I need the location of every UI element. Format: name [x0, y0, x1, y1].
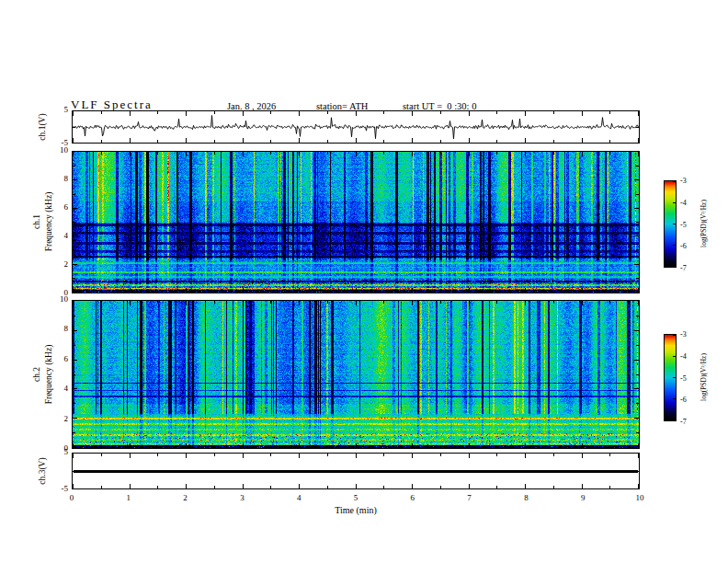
x-tick-label: 10: [631, 493, 649, 502]
y-tick-label: 4: [44, 231, 68, 240]
x-axis-label: Time (min): [319, 505, 392, 515]
y-tick-label: 6: [44, 202, 68, 212]
ch1-spectrogram-plot: [73, 152, 639, 293]
y-tick-label: -5: [44, 484, 68, 493]
colorbar-ch1: [664, 180, 677, 268]
colorbar-ch2-gradient: [665, 335, 676, 420]
ch1-waveform-plot: [73, 111, 639, 143]
x-tick-label: 8: [517, 493, 535, 502]
x-tick-label: 4: [290, 493, 308, 502]
y-tick-label: 8: [44, 174, 68, 183]
colorbar-tick-label: -6: [680, 242, 699, 250]
colorbar-tick-label: -5: [680, 374, 699, 383]
colorbar-ch1-label: log(PSD)(V²/Hz): [700, 200, 708, 247]
x-tick-label: 7: [461, 493, 479, 502]
ch3-voltage-ylabel: ch.3(V): [38, 457, 47, 484]
y-tick-label: 10: [44, 294, 68, 304]
ch1-spec-frequency-label: Frequency (kHz): [44, 192, 53, 252]
y-tick-label: 4: [44, 384, 68, 393]
y-tick-label: 5: [44, 105, 68, 114]
ch1-voltage-ylabel: ch.1(V): [38, 113, 47, 140]
y-tick-label: 8: [44, 324, 68, 333]
ch3-waveform-plot: [73, 454, 639, 488]
y-tick-label: 2: [44, 259, 68, 269]
colorbar-tick-label: -4: [680, 199, 699, 207]
colorbar-tick-label: -5: [680, 221, 699, 229]
vlf-spectra-figure: VLF Spectra Jan. 8 , 2026 station= ATH s…: [0, 0, 728, 563]
x-tick-label: 3: [233, 493, 251, 502]
x-tick-label: 1: [119, 493, 138, 502]
x-tick-label: 6: [404, 493, 422, 502]
y-tick-label: 5: [44, 447, 68, 456]
ch2-spectrogram-plot: [73, 301, 639, 448]
colorbar-tick-label: -7: [680, 264, 699, 272]
x-tick-label: 2: [176, 493, 195, 502]
y-tick-label: -5: [44, 138, 68, 147]
colorbar-tick-label: -7: [680, 418, 699, 426]
colorbar-tick-label: -3: [680, 177, 699, 185]
colorbar-ch2: [664, 334, 677, 421]
x-tick-label: 5: [347, 493, 365, 502]
colorbar-tick-label: -3: [680, 330, 699, 339]
y-tick-label: 6: [44, 354, 68, 363]
ch2-spec-channel-label: ch.2: [32, 367, 41, 382]
colorbar-tick-label: -4: [680, 352, 699, 361]
ch3-voltage-panel: [72, 453, 640, 489]
ch1-voltage-panel: [72, 110, 640, 144]
x-tick-label: 0: [63, 493, 81, 502]
x-tick-label: 9: [574, 493, 592, 502]
y-tick-label: 2: [44, 414, 68, 423]
colorbar-ch1-gradient: [665, 181, 676, 267]
colorbar-tick-label: -6: [680, 396, 699, 404]
ch1-spec-channel-label: ch.1: [32, 214, 41, 229]
ch2-spectrogram-panel: [72, 300, 640, 449]
ch1-spectrogram-panel: [72, 151, 640, 293]
colorbar-ch2-label: log(PSD)(V²/Hz): [700, 353, 708, 401]
